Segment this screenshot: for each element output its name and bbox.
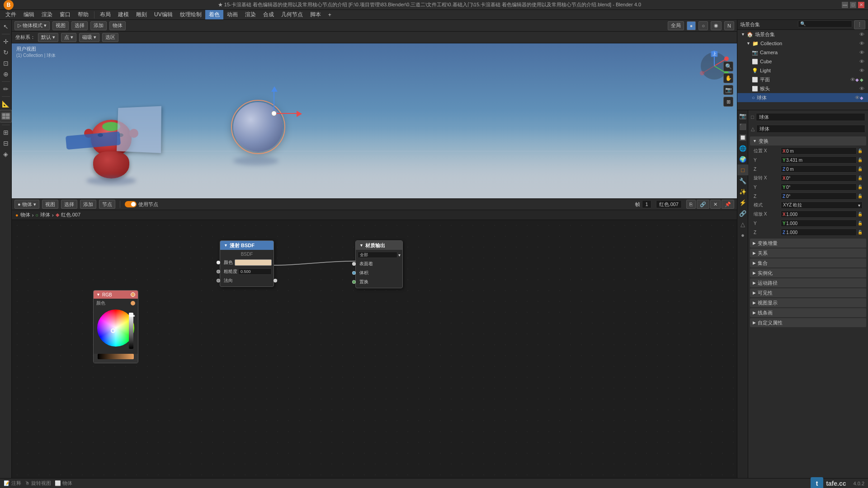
camera-btn[interactable]: 📷 xyxy=(723,85,733,95)
viewport-select-menu[interactable]: 选择 xyxy=(71,21,88,30)
prop-material-icon[interactable]: ● xyxy=(737,230,748,240)
node-select-menu[interactable]: 选择 xyxy=(61,200,77,209)
node-close-btn[interactable]: ✕ xyxy=(710,200,721,209)
prop-world-icon[interactable]: 🌍 xyxy=(737,154,748,164)
outliner-collection[interactable]: ▼ 📁 Collection 👁 xyxy=(737,39,868,48)
region-toggle[interactable]: N xyxy=(724,21,734,30)
plane-visibility[interactable]: 👁 xyxy=(850,77,855,82)
rotation-mode-field[interactable]: XYZ 欧拉 ▾ xyxy=(781,202,863,209)
viewport-object-menu[interactable]: 物体 xyxy=(109,21,126,30)
bsdf-color-input[interactable] xyxy=(217,261,220,264)
motion-paths-header[interactable]: ▶ 运动路径 xyxy=(750,278,866,287)
camera-visibility[interactable]: 👁 xyxy=(859,50,864,55)
node-mode-dropdown[interactable]: ● 物体 ▾ xyxy=(14,200,39,209)
bsdf-color-swatch[interactable] xyxy=(235,259,272,266)
prop-view-layer-icon[interactable]: 🔲 xyxy=(737,132,748,143)
scene-visibility[interactable]: 👁 xyxy=(859,32,864,37)
loc-x-lock[interactable]: 🔓 xyxy=(858,149,863,153)
pivot-point[interactable]: 点 ▾ xyxy=(61,33,76,42)
line-art-header[interactable]: ▶ 线条画 xyxy=(750,308,866,317)
mat-volume-input[interactable] xyxy=(352,271,356,275)
breadcrumb-mesh[interactable]: 球体 xyxy=(40,211,50,218)
delta-header[interactable]: ▶ 变换增量 xyxy=(750,239,866,248)
sphere-visibility[interactable]: 👁 xyxy=(855,95,860,100)
location-x[interactable]: X0 m xyxy=(781,147,857,155)
scale-y[interactable]: Y1.000 xyxy=(781,220,857,227)
color-wheel-cursor[interactable] xyxy=(111,328,115,333)
rot-y-lock[interactable]: 🔓 xyxy=(858,185,863,189)
color-picker-panel[interactable]: ▼ RGB 颜色 xyxy=(93,290,138,363)
minimize-button[interactable]: — xyxy=(842,2,848,8)
outliner-light[interactable]: 💡 Light 👁 xyxy=(737,66,868,75)
prop-data-icon[interactable]: △ xyxy=(737,219,748,230)
bsdf-node[interactable]: ▼ 漫射 BSDF BSDF 颜色 xyxy=(220,240,274,287)
tool-annotate[interactable]: ✏ xyxy=(1,84,11,94)
viewport-add-menu[interactable]: 添加 xyxy=(90,21,107,30)
color-expand[interactable]: ▼ xyxy=(96,292,100,297)
tool-rotate[interactable]: ↻ xyxy=(1,47,11,57)
scale-x[interactable]: X1.000 xyxy=(781,211,857,218)
breadcrumb-material[interactable]: 红色.007 xyxy=(61,211,80,218)
workspace-scripting[interactable]: 脚本 xyxy=(307,10,325,19)
node-link-btn[interactable]: 🔗 xyxy=(697,200,709,209)
location-y[interactable]: Y3.431 m xyxy=(781,156,857,164)
mat-surface-input[interactable] xyxy=(352,262,356,266)
outliner-plane[interactable]: ⬜ 平面 👁 ◆ ◆ xyxy=(737,75,868,84)
prop-output-icon[interactable]: ⬛ xyxy=(737,121,748,132)
workspace-add[interactable]: + xyxy=(325,10,335,19)
outliner-sphere[interactable]: ○ 球体 👁 ◆ xyxy=(737,93,868,102)
viewport-shading-material[interactable]: ○ xyxy=(698,21,708,30)
tool-move[interactable]: ✛ xyxy=(1,37,11,47)
collection-visibility[interactable]: 👁 xyxy=(859,41,864,46)
workspace-animation[interactable]: 动画 xyxy=(223,10,241,19)
menu-file[interactable]: 文件 xyxy=(2,10,20,19)
prop-constraints-icon[interactable]: 🔗 xyxy=(737,208,748,219)
visibility-header[interactable]: ▶ 可见性 xyxy=(750,288,866,297)
instancing-header[interactable]: ▶ 实例化 xyxy=(750,268,866,277)
tool-extra-3[interactable]: ◈ xyxy=(1,149,11,159)
viewport-view-menu[interactable]: 视图 xyxy=(52,21,69,30)
custom-props-header[interactable]: ▶ 自定义属性 xyxy=(750,318,866,327)
material-output-node[interactable]: ▼ 材质输出 全部 ▾ 表面着 xyxy=(355,240,403,288)
pan-btn[interactable]: ✋ xyxy=(723,73,733,83)
bsdf-roughness-value[interactable]: 0.500 xyxy=(238,268,272,275)
mat-displacement-input[interactable] xyxy=(352,280,356,284)
node-menu[interactable]: 节点 xyxy=(99,200,115,209)
outliner-cube[interactable]: ⬜ Cube 👁 xyxy=(737,57,868,66)
node-editor[interactable]: ● 物体 ▾ 视图 选择 添加 节点 使用节点 帧 1 xyxy=(12,198,737,478)
snap-toggle[interactable]: 磁吸 ▾ xyxy=(79,33,99,42)
tool-scale[interactable]: ⊡ xyxy=(1,58,11,68)
menu-help[interactable]: 帮助 xyxy=(74,10,92,19)
mat-output-type[interactable]: 全部 xyxy=(358,252,397,258)
prop-particles-icon[interactable]: ✨ xyxy=(737,186,748,197)
viewport-overlay-btn[interactable]: 全局 xyxy=(668,21,684,30)
location-z[interactable]: Z0 m xyxy=(781,165,857,173)
prop-render-icon[interactable]: 📷 xyxy=(737,110,748,121)
maximize-button[interactable]: □ xyxy=(850,2,856,8)
rotation-y[interactable]: Y0° xyxy=(781,183,857,191)
bsdf-roughness-input[interactable] xyxy=(217,270,220,273)
tool-transform[interactable]: ⊕ xyxy=(1,69,11,79)
frame-number[interactable]: 1 xyxy=(642,200,651,208)
bsdf-output[interactable] xyxy=(274,279,277,282)
color-brightness-bar[interactable] xyxy=(129,313,133,349)
color-wheel-container[interactable] xyxy=(94,310,137,352)
prop-object-icon[interactable]: □ xyxy=(737,164,748,175)
node-copy-btn[interactable]: ⎘ xyxy=(686,200,696,209)
viewport-shading-render[interactable]: ◉ xyxy=(711,21,722,30)
collections-header[interactable]: ▶ 集合 xyxy=(750,258,866,267)
tool-cursor[interactable]: ↖ xyxy=(1,22,11,32)
node-pin-btn[interactable]: 📌 xyxy=(722,200,734,209)
close-button[interactable]: ✕ xyxy=(858,2,864,8)
workspace-uv[interactable]: UV编辑 xyxy=(151,10,176,19)
workspace-modeling[interactable]: 建模 xyxy=(114,10,132,19)
workspace-layout[interactable]: 布局 xyxy=(96,10,114,19)
mat-output-dropdown-arrow[interactable]: ▾ xyxy=(398,253,401,258)
proportional-edit[interactable]: 选区 xyxy=(102,33,118,42)
tool-measure[interactable]: 📐 xyxy=(1,99,11,109)
rotation-z[interactable]: Z0° xyxy=(781,192,857,200)
viewport-3d[interactable]: ▷ 物体模式 ▾ 视图 选择 添加 物体 全局 ● ○ ◉ N 坐标系： 默认 … xyxy=(12,20,737,198)
menu-render[interactable]: 渲染 xyxy=(38,10,56,19)
viewport-display-header[interactable]: ▶ 视图显示 xyxy=(750,298,866,307)
light-visibility[interactable]: 👁 xyxy=(859,68,864,73)
